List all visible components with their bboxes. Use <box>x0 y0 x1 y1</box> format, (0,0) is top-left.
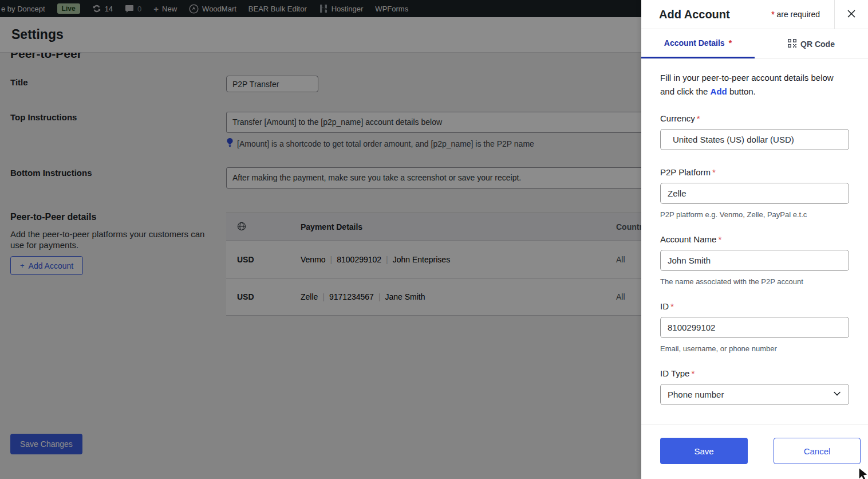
p2p-platform-input[interactable] <box>660 183 849 204</box>
p2p-platform-label: P2P Platform* <box>660 167 849 177</box>
save-button[interactable]: Save <box>660 438 748 464</box>
id-type-label: ID Type* <box>660 368 849 378</box>
account-name-input[interactable] <box>660 250 849 271</box>
tab-qr-code-label: QR Code <box>800 40 835 49</box>
tab-account-details-label: Account Details <box>664 38 725 48</box>
screen: e by Doncept Live 14 0 + New WoodMart BE… <box>0 0 868 479</box>
currency-input[interactable] <box>660 129 849 150</box>
panel-title: Add Account <box>659 8 730 21</box>
id-input[interactable] <box>660 317 849 338</box>
p2p-platform-label-text: P2P Platform <box>660 167 711 177</box>
currency-label-text: Currency <box>660 113 695 123</box>
account-name-label: Account Name* <box>660 234 849 244</box>
panel-intro: Fill in your peer-to-peer account detail… <box>660 71 845 99</box>
required-star: * <box>718 234 721 244</box>
id-type-label-text: ID Type <box>660 368 689 378</box>
panel-header: Add Account * are required <box>641 0 868 29</box>
id-label-text: ID <box>660 301 669 311</box>
account-name-label-text: Account Name <box>660 234 716 244</box>
id-label: ID* <box>660 301 849 311</box>
required-star: * <box>670 301 674 311</box>
intro-suffix: button. <box>727 87 756 96</box>
close-button[interactable] <box>835 0 868 29</box>
chevron-down-icon <box>833 389 842 400</box>
mouse-cursor <box>858 467 868 479</box>
required-note: * are required <box>771 10 820 19</box>
required-note-text: are required <box>775 10 820 19</box>
tab-qr-code[interactable]: QR Code <box>755 29 868 58</box>
required-star: * <box>712 167 716 177</box>
account-name-help: The name associated with the P2P account <box>660 277 849 286</box>
cancel-button[interactable]: Cancel <box>774 438 861 464</box>
panel-footer: Save Cancel <box>641 425 868 479</box>
close-icon <box>847 10 855 19</box>
id-type-selected-value: Phone number <box>668 390 724 399</box>
add-account-panel: Add Account * are required Account Detai… <box>641 0 868 479</box>
id-type-select[interactable]: Phone number <box>660 384 849 405</box>
id-help: Email, username, or phone number <box>660 344 849 353</box>
qr-code-icon <box>788 39 796 49</box>
tab-account-details[interactable]: Account Details * <box>641 29 755 58</box>
required-star: * <box>691 368 695 378</box>
p2p-platform-help: P2P platform e.g. Venmo, Zelle, PayPal e… <box>660 210 849 219</box>
panel-tabs: Account Details * QR Code <box>641 29 868 59</box>
required-star: * <box>729 38 732 48</box>
panel-body: Fill in your peer-to-peer account detail… <box>641 71 868 405</box>
intro-add-word: Add <box>711 87 727 96</box>
currency-label: Currency* <box>660 113 849 123</box>
required-star: * <box>697 113 700 123</box>
